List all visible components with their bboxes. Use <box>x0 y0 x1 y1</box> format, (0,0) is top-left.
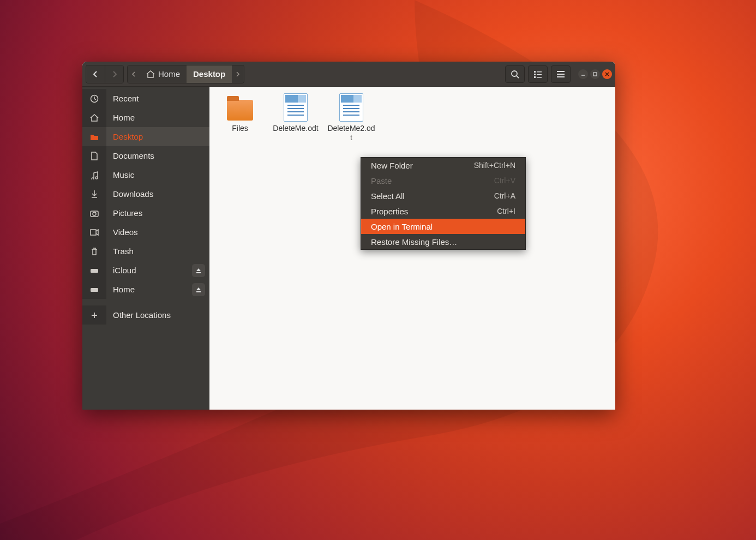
ctx-select-all[interactable]: Select All Ctrl+A <box>361 188 525 203</box>
toolbar-right <box>505 65 612 83</box>
close-button[interactable] <box>602 69 612 79</box>
hamburger-icon <box>556 71 565 77</box>
file-label: DeleteMe2.odt <box>327 124 376 142</box>
odt-document-icon <box>339 93 363 122</box>
camera-icon <box>90 209 99 217</box>
eject-button-home[interactable] <box>192 283 205 296</box>
sidebar-item-label: Home <box>106 285 135 294</box>
file-item-doc[interactable]: DeleteMe2.odt <box>326 93 376 142</box>
titlebar: Home Desktop <box>82 62 615 87</box>
close-icon <box>605 72 609 76</box>
sidebar-item-label: Music <box>106 170 134 179</box>
svg-rect-7 <box>537 77 542 78</box>
music-icon <box>90 171 99 179</box>
file-manager-window: Home Desktop <box>82 62 615 410</box>
sidebar-item-pictures[interactable]: Pictures <box>82 203 209 223</box>
sidebar: Recent Home Desktop Documents Music Down <box>82 87 209 410</box>
path-left-icon[interactable] <box>128 65 140 83</box>
sidebar-item-documents[interactable]: Documents <box>82 146 209 165</box>
ctx-item-shortcut: Ctrl+A <box>494 191 515 200</box>
sidebar-item-desktop[interactable]: Desktop <box>82 127 209 146</box>
trash-icon <box>91 247 98 256</box>
ctx-properties[interactable]: Properties Ctrl+I <box>361 203 525 219</box>
svg-rect-2 <box>534 71 536 73</box>
sidebar-item-label: Other Locations <box>106 310 171 320</box>
list-view-icon <box>533 70 542 78</box>
svg-rect-5 <box>537 74 542 75</box>
svg-rect-4 <box>534 74 536 75</box>
hamburger-menu-button[interactable] <box>551 65 571 83</box>
chevron-left-icon <box>92 71 99 77</box>
search-icon <box>511 70 519 79</box>
sidebar-item-home[interactable]: Home <box>82 108 209 127</box>
svg-rect-6 <box>534 76 536 78</box>
drive-icon <box>90 286 99 293</box>
plus-icon <box>91 311 98 319</box>
forward-button[interactable] <box>105 65 123 83</box>
maximize-button[interactable] <box>590 69 600 79</box>
path-right-icon[interactable] <box>232 65 244 83</box>
sidebar-item-icloud[interactable]: iCloud <box>82 261 209 280</box>
sidebar-item-label: Home <box>106 113 135 122</box>
file-item-doc[interactable]: DeleteMe.odt <box>271 93 321 133</box>
eject-button-icloud[interactable] <box>192 264 205 277</box>
eject-icon <box>195 286 202 293</box>
nav-buttons <box>86 65 124 83</box>
svg-rect-3 <box>537 71 542 73</box>
search-button[interactable] <box>505 65 525 83</box>
sidebar-item-label: iCloud <box>106 266 136 275</box>
sidebar-item-trash[interactable]: Trash <box>82 242 209 261</box>
path-current-label: Desktop <box>193 69 225 79</box>
ctx-paste: Paste Ctrl+V <box>361 173 525 188</box>
video-icon <box>90 229 99 236</box>
sidebar-item-downloads[interactable]: Downloads <box>82 184 209 203</box>
path-segment-current[interactable]: Desktop <box>187 65 232 83</box>
window-controls <box>578 69 612 79</box>
sidebar-item-label: Documents <box>106 151 154 160</box>
ctx-item-label: Restore Missing Files… <box>371 237 457 247</box>
folder-icon <box>90 133 99 141</box>
svg-rect-19 <box>91 269 98 273</box>
sidebar-item-videos[interactable]: Videos <box>82 223 209 242</box>
chevron-right-icon <box>111 71 118 77</box>
sidebar-item-home-drive[interactable]: Home <box>82 280 209 299</box>
svg-rect-20 <box>91 288 98 292</box>
eject-icon <box>195 267 202 274</box>
clock-icon <box>90 94 99 103</box>
path-bar: Home Desktop <box>127 65 244 83</box>
odt-document-icon <box>284 93 308 122</box>
minimize-icon <box>581 72 585 76</box>
path-home-label: Home <box>158 69 180 79</box>
sidebar-item-label: Videos <box>106 227 138 237</box>
back-button[interactable] <box>86 65 105 83</box>
path-segment-home[interactable]: Home <box>140 65 187 83</box>
ctx-item-shortcut: Ctrl+V <box>494 176 515 185</box>
ctx-item-label: Properties <box>371 207 408 216</box>
download-icon <box>91 190 98 199</box>
sidebar-item-music[interactable]: Music <box>82 165 209 184</box>
sidebar-item-other-locations[interactable]: Other Locations <box>82 305 209 325</box>
sidebar-item-label: Recent <box>106 94 139 103</box>
view-toggle-button[interactable] <box>528 65 548 83</box>
home-icon <box>90 114 99 122</box>
ctx-restore-files[interactable]: Restore Missing Files… <box>361 234 525 249</box>
ctx-item-shortcut: Ctrl+I <box>497 207 515 215</box>
file-label: DeleteMe.odt <box>273 124 318 133</box>
file-item-folder[interactable]: Files <box>215 93 265 133</box>
file-label: Files <box>232 124 248 133</box>
minimize-button[interactable] <box>578 69 588 79</box>
maximize-icon <box>593 72 597 76</box>
ctx-item-label: New Folder <box>371 161 413 170</box>
ctx-item-label: Paste <box>371 176 392 185</box>
svg-point-17 <box>93 212 96 215</box>
ctx-item-label: Open in Terminal <box>371 222 433 231</box>
sidebar-item-label: Desktop <box>106 132 143 141</box>
sidebar-item-label: Downloads <box>106 189 153 199</box>
ctx-new-folder[interactable]: New Folder Shift+Ctrl+N <box>361 158 525 173</box>
sidebar-item-recent[interactable]: Recent <box>82 89 209 108</box>
sidebar-item-label: Trash <box>106 247 134 256</box>
ctx-open-terminal[interactable]: Open in Terminal <box>361 219 525 234</box>
drive-icon <box>90 267 99 274</box>
ctx-item-shortcut: Shift+Ctrl+N <box>474 161 515 170</box>
svg-rect-18 <box>91 230 96 235</box>
